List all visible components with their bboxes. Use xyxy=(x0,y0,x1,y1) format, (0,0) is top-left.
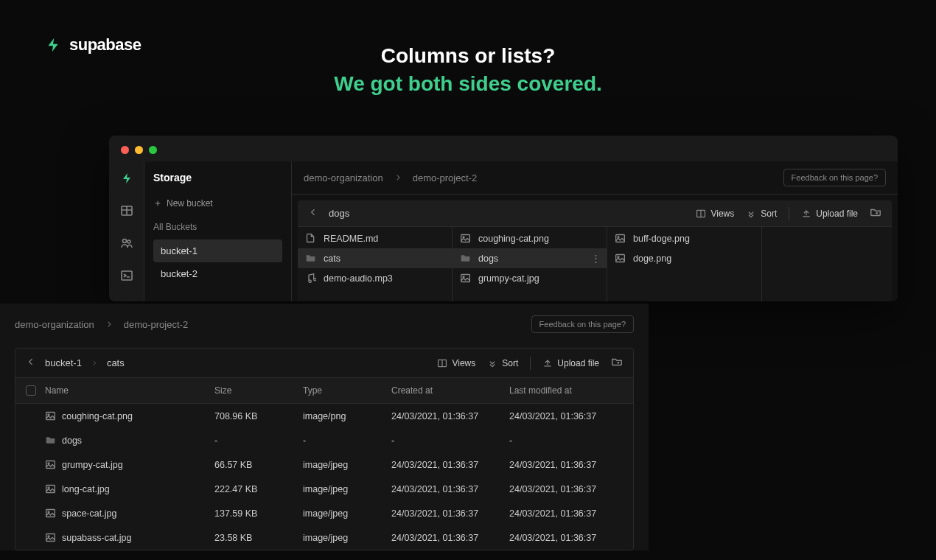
breadcrumb-item[interactable]: demo-project-2 xyxy=(413,172,477,183)
column-item[interactable]: cats xyxy=(298,248,452,268)
music-icon xyxy=(305,273,316,284)
hero: Columns or lists? We got both sides cove… xyxy=(0,44,936,96)
col-modified[interactable]: Last modified at xyxy=(509,385,623,396)
views-button[interactable]: Views xyxy=(696,209,734,219)
path-current: dogs xyxy=(329,208,349,219)
new-folder-button[interactable] xyxy=(611,356,623,370)
table-icon[interactable] xyxy=(120,204,133,220)
column-browser: README.mdcatsdemo-audio.mp3coughing-cat.… xyxy=(298,227,892,301)
col-name[interactable]: Name xyxy=(45,385,214,396)
feedback-button[interactable]: Feedback on this page? xyxy=(531,315,634,333)
sidebar-title: Storage xyxy=(153,172,282,183)
new-bucket-button[interactable]: New bucket xyxy=(153,198,282,209)
toolbar: dogs Views Sort Upload file xyxy=(298,200,892,227)
window-controls xyxy=(109,136,898,161)
folder-icon xyxy=(45,435,56,446)
feedback-button[interactable]: Feedback on this page? xyxy=(783,169,886,186)
image-icon xyxy=(615,253,626,264)
plus-icon xyxy=(153,199,162,208)
table-row[interactable]: coughing-cat.png 708.96 KB image/png 24/… xyxy=(15,404,633,428)
bucket-item[interactable]: bucket-1 xyxy=(153,239,282,262)
new-folder-button[interactable] xyxy=(870,206,881,220)
table-row[interactable]: long-cat.jpg 222.47 KB image/jpeg 24/03/… xyxy=(15,477,633,501)
hero-headline-2: We got both sides covered. xyxy=(0,72,936,96)
image-icon xyxy=(460,233,471,244)
upload-icon xyxy=(542,358,553,368)
hero-headline-1: Columns or lists? xyxy=(0,44,936,68)
image-icon xyxy=(45,483,56,494)
back-button[interactable] xyxy=(308,207,318,220)
column-item[interactable]: demo-audio.mp3 xyxy=(298,268,452,288)
image-icon xyxy=(45,508,56,519)
breadcrumb-item[interactable]: demo-project-2 xyxy=(124,319,188,330)
minimize-window-button[interactable] xyxy=(135,146,143,154)
main-panel: demo-organization demo-project-2 Feedbac… xyxy=(292,161,898,301)
all-buckets-label: All Buckets xyxy=(153,222,282,232)
breadcrumb-item[interactable]: demo-organization xyxy=(15,319,94,330)
new-folder-icon xyxy=(611,356,623,368)
close-window-button[interactable] xyxy=(121,146,129,154)
sort-button[interactable]: Sort xyxy=(746,209,777,219)
image-icon xyxy=(45,459,56,470)
more-icon[interactable]: ⋮ xyxy=(591,253,601,264)
new-folder-icon xyxy=(870,206,881,218)
breadcrumb-item[interactable]: demo-organization xyxy=(304,172,383,183)
iconbar xyxy=(109,161,144,301)
users-icon[interactable] xyxy=(120,237,133,253)
column-item[interactable]: grumpy-cat.jpg xyxy=(453,268,607,288)
terminal-icon[interactable] xyxy=(120,269,133,285)
table-row[interactable]: grumpy-cat.jpg 66.57 KB image/jpeg 24/03… xyxy=(15,452,633,477)
table-row[interactable]: supabass-cat.jpg 23.58 KB image/jpeg 24/… xyxy=(15,525,633,550)
columns-window: Storage New bucket All Buckets bucket-1b… xyxy=(109,136,898,301)
views-button[interactable]: Views xyxy=(437,358,475,368)
col-type[interactable]: Type xyxy=(303,385,391,396)
sidebar: Storage New bucket All Buckets bucket-1b… xyxy=(144,161,292,301)
path-segment[interactable]: bucket-1 xyxy=(45,357,82,368)
image-icon xyxy=(615,233,626,244)
back-button[interactable] xyxy=(26,357,36,369)
column-item[interactable]: coughing-cat.png xyxy=(453,228,607,248)
toolbar: bucket-1 cats Views Sort Upload file xyxy=(15,349,633,378)
col-size[interactable]: Size xyxy=(214,385,303,396)
column-item[interactable]: buff-doge.png xyxy=(607,228,761,248)
column-item[interactable]: dogs⋮ xyxy=(453,248,607,268)
chevron-right-icon xyxy=(91,360,98,367)
breadcrumb: demo-organization demo-project-2 xyxy=(304,172,477,183)
upload-button[interactable]: Upload file xyxy=(801,209,858,219)
image-icon xyxy=(460,273,471,284)
table-row[interactable]: dogs - - - - xyxy=(15,428,633,452)
bolt-icon[interactable] xyxy=(120,172,133,188)
bucket-item[interactable]: bucket-2 xyxy=(153,262,282,285)
path-segment[interactable]: cats xyxy=(107,357,125,368)
chevron-right-icon xyxy=(394,173,402,182)
column-item[interactable]: doge.png xyxy=(607,248,761,268)
upload-button[interactable]: Upload file xyxy=(542,358,599,368)
folder-icon xyxy=(305,253,316,264)
image-icon xyxy=(45,532,56,543)
columns-icon xyxy=(437,358,447,368)
image-icon xyxy=(45,410,56,421)
col-created[interactable]: Created at xyxy=(391,385,509,396)
select-all-checkbox[interactable] xyxy=(26,385,36,396)
sort-icon xyxy=(487,358,497,368)
sort-icon xyxy=(746,209,756,219)
table-header: Name Size Type Created at Last modified … xyxy=(15,378,633,404)
breadcrumb: demo-organization demo-project-2 xyxy=(15,319,188,330)
folder-icon xyxy=(460,253,471,264)
upload-icon xyxy=(801,209,811,219)
columns-icon xyxy=(696,209,706,219)
column-item[interactable]: README.md xyxy=(298,228,452,248)
chevron-right-icon xyxy=(105,320,113,329)
table-row[interactable]: space-cat.jpg 137.59 KB image/jpeg 24/03… xyxy=(15,501,633,525)
maximize-window-button[interactable] xyxy=(149,146,157,154)
list-window: demo-organization demo-project-2 Feedbac… xyxy=(0,304,649,550)
sort-button[interactable]: Sort xyxy=(487,358,518,368)
file-icon xyxy=(305,233,316,244)
